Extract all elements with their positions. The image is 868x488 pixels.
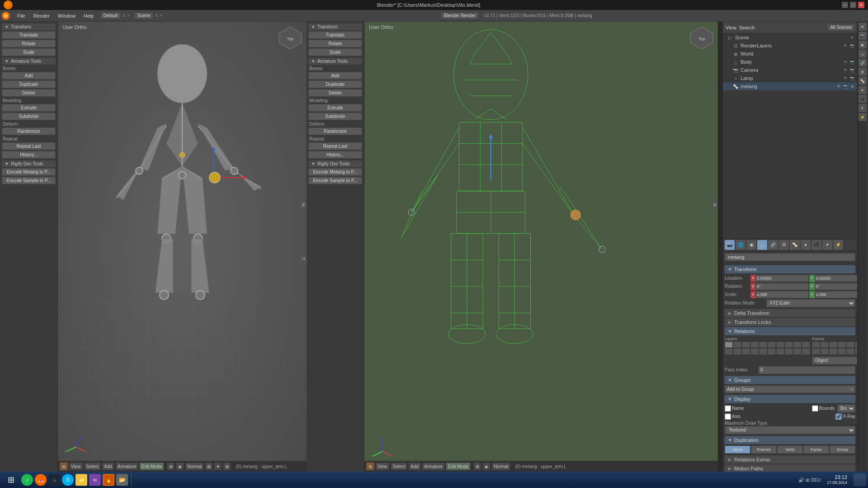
taskbar-spotify[interactable]: ♪ [21, 474, 33, 486]
strip-btn-9[interactable]: ⬛ [859, 95, 867, 103]
taskbar-app5[interactable]: ∞ [89, 474, 101, 486]
player-12[interactable] [821, 348, 829, 355]
transform-locks-section[interactable]: ▶ Transform Locks [725, 318, 855, 326]
prop-tab-particles[interactable]: ✦ [822, 240, 832, 250]
mr-render-icon[interactable]: 📷 [842, 83, 849, 89]
repeat-last-btn[interactable]: Repeat Last [2, 142, 56, 150]
r-encode-sample-btn[interactable]: Encode Sample to P... [308, 177, 362, 184]
taskbar-skype[interactable]: S [62, 474, 74, 486]
player-11[interactable] [812, 348, 820, 355]
taskbar-firefox[interactable]: 🦊 [35, 474, 47, 486]
rl-eye-icon[interactable]: 👁 [842, 42, 849, 49]
history-btn[interactable]: History... [2, 151, 56, 159]
strip-btn-11[interactable]: ⚡ [859, 113, 867, 121]
player-3[interactable] [829, 342, 837, 348]
close-button[interactable]: ✕ [858, 2, 864, 8]
left-t-panel[interactable]: T [300, 256, 307, 262]
player-2[interactable] [821, 342, 829, 348]
taskbar-folder[interactable]: 📂 [116, 474, 128, 486]
menu-help[interactable]: Help [80, 12, 98, 19]
prop-tab-object[interactable]: △ [757, 240, 767, 250]
name-checkbox[interactable] [725, 405, 731, 412]
layer-11[interactable] [725, 348, 733, 355]
layer-5[interactable] [759, 342, 767, 348]
mr-icon3[interactable]: ⊕ [849, 83, 855, 89]
r-randomize-btn[interactable]: Randomize [308, 127, 362, 135]
prop-tab-world[interactable]: ◉ [746, 240, 756, 250]
loc-x-input[interactable] [755, 275, 809, 282]
layer-20[interactable] [802, 348, 810, 355]
left-vp-mode-icon[interactable]: ⊕ [60, 462, 68, 470]
dup-group-tab[interactable]: Group [830, 446, 855, 454]
strip-btn-5[interactable]: 🔗 [859, 59, 867, 67]
prop-tab-scene[interactable]: 🌐 [736, 240, 745, 250]
dup-none-tab[interactable]: None [725, 446, 750, 454]
r-history-btn[interactable]: History... [308, 151, 362, 159]
r-encode-metarig-btn[interactable]: Encode Metarig to P... [308, 168, 362, 176]
tree-item-renderlayers[interactable]: ☷ RenderLayers 👁 📷 [723, 42, 857, 50]
left-edit-mode-btn[interactable]: Edit Mode [139, 462, 164, 470]
taskbar-blender[interactable]: 🔥 [103, 474, 114, 486]
translate-btn[interactable]: Translate [2, 31, 56, 39]
tree-item-body[interactable]: △ Body 👁 📷 [723, 58, 857, 66]
render-engine-select[interactable]: Blender Render [441, 12, 479, 19]
tree-item-world[interactable]: ◉ World [723, 50, 857, 58]
left-view-menu[interactable]: View [69, 462, 83, 470]
left-viewport[interactable]: User Ortho [58, 22, 307, 472]
tree-item-metarig[interactable]: 🦴 metarig 👁 📷 ⊕ [723, 82, 857, 90]
strip-btn-2[interactable]: 📷 [859, 32, 867, 40]
add-to-group-btn[interactable]: Add to Group + [725, 385, 855, 393]
right-viewport[interactable]: User Ortho [364, 22, 718, 472]
layer-12[interactable] [733, 348, 741, 355]
layer-9[interactable] [793, 342, 802, 348]
lamp-eye-icon[interactable]: 👁 [842, 75, 849, 81]
parent-type-select[interactable]: Object [812, 357, 857, 365]
r-rotate-btn[interactable]: Rotate [308, 40, 362, 47]
layer-7[interactable] [776, 342, 784, 348]
sc-x-input[interactable] [755, 291, 809, 298]
prop-tab-constraints[interactable]: 🔗 [768, 240, 778, 250]
player-15[interactable] [846, 348, 854, 355]
screen-layout-btn[interactable]: Default [100, 12, 121, 19]
layer-15[interactable] [759, 348, 767, 355]
encode-sample-btn[interactable]: Encode Sample to P... [2, 177, 56, 184]
tree-item-lamp[interactable]: ○ Lamp 👁 📷 [723, 74, 857, 82]
sc-y-input[interactable] [815, 291, 857, 298]
relations-extras-section[interactable]: ▶ Relations Extras [725, 455, 855, 464]
strip-btn-7[interactable]: 🦴 [859, 77, 867, 85]
armature-header[interactable]: ▼ Armature Tools [2, 58, 56, 65]
layer-6[interactable] [768, 342, 776, 348]
r-subdivide-btn[interactable]: Subdivide [308, 113, 362, 120]
layer-8[interactable] [785, 342, 793, 348]
player-14[interactable] [838, 348, 846, 355]
groups-section-header[interactable]: ▼ Groups [725, 376, 855, 384]
prop-tab-data[interactable]: 🦴 [790, 240, 800, 250]
transform-section-header[interactable]: ▼ Transform [725, 265, 855, 273]
max-draw-select[interactable]: Textured [725, 426, 855, 434]
body-render-icon[interactable]: 📷 [849, 59, 855, 65]
all-scenes-label[interactable]: All Scenes [828, 24, 854, 30]
tree-item-scene[interactable]: ▷ Scene 👁 [723, 33, 857, 42]
left-armature-menu[interactable]: Armature [115, 462, 138, 470]
tree-item-camera[interactable]: 📷 Camera 👁 📷 [723, 66, 857, 74]
layer-19[interactable] [793, 348, 802, 355]
r-delete-btn[interactable]: Delete [308, 89, 362, 97]
prop-tab-physics[interactable]: ⚡ [833, 240, 843, 250]
strip-btn-4[interactable]: △ [859, 50, 867, 58]
subdivide-btn[interactable]: Subdivide [2, 113, 56, 120]
r-vp-mode-icon[interactable]: ⊕ [366, 462, 374, 470]
encode-metarig-btn[interactable]: Encode Metarig to P... [2, 168, 56, 176]
rot-y-input[interactable] [815, 283, 857, 290]
dup-verts-tab[interactable]: Verts [777, 446, 803, 454]
extrude-btn[interactable]: Extrude [2, 104, 56, 112]
scale-btn[interactable]: Scale [2, 48, 56, 56]
strip-btn-1[interactable]: ⊕ [859, 23, 867, 31]
loc-y-input[interactable] [815, 275, 857, 282]
rigify-header[interactable]: ▼ Rigify Dev Tools [2, 160, 56, 167]
player-4[interactable] [838, 342, 846, 348]
r-duplicate-btn[interactable]: Duplicate [308, 80, 362, 88]
cam-eye-icon[interactable]: 👁 [842, 67, 849, 73]
r-add-menu[interactable]: Add [408, 462, 421, 470]
prop-tab-render[interactable]: 📷 [725, 240, 735, 250]
r-translate-btn[interactable]: Translate [308, 31, 362, 39]
